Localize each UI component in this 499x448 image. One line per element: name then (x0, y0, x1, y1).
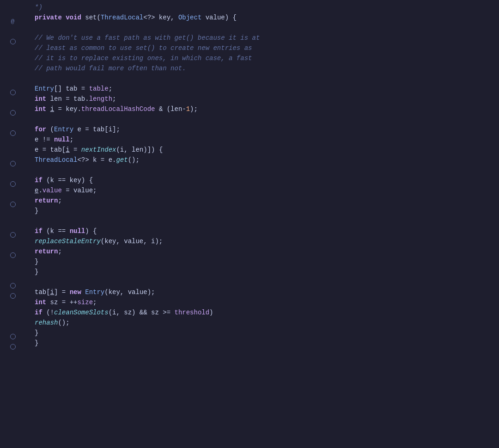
code-line-27: } (35, 268, 490, 278)
breakpoint-icon[interactable] (10, 110, 16, 116)
code-line-2: private void set(ThreadLocal<?> key, Obj… (35, 14, 490, 24)
line-content: e = tab[i = nextIndex(i, len)]) { (35, 146, 490, 153)
gutter-spot (10, 291, 16, 301)
gutter-icons: @ (0, 4, 25, 352)
line-content: e.value = value; (35, 187, 490, 194)
code-line-13: for (Entry e = tab[i]; (35, 126, 490, 136)
line-content: e != null; (35, 136, 490, 143)
code-line-23: if (k == null) { (35, 227, 490, 238)
line-content (35, 75, 490, 82)
code-line-33: } (35, 329, 490, 339)
breakpoint-icon[interactable] (10, 283, 16, 288)
code-line-18: if (k == key) { (35, 177, 490, 187)
gutter-spot (10, 342, 16, 352)
breakpoint-icon[interactable] (10, 344, 16, 350)
code-line-31: if (!cleanSomeSlots(i, sz) && sz >= thre… (35, 309, 490, 319)
breakpoint-icon[interactable] (10, 202, 16, 207)
line-content: if (k == null) { (35, 227, 490, 235)
breakpoint-icon[interactable] (10, 181, 16, 187)
code-line-1: *) (35, 4, 490, 14)
line-content (35, 217, 490, 225)
line-content: Entry[] tab = table; (35, 85, 490, 92)
code-line-16: ThreadLocal<?> k = e.get(); (35, 156, 490, 166)
gutter-spot (10, 108, 16, 118)
code-line-5: // least as common to use set() to creat… (35, 44, 490, 55)
code-line-25: return; (35, 248, 490, 258)
code-line-30: int sz = ++size; (35, 299, 490, 309)
gutter-spot (10, 159, 16, 169)
line-content: } (35, 339, 490, 347)
code-block: *) private void set(ThreadLocal<?> key, … (35, 0, 490, 350)
code-line-29: tab[i] = new Entry(key, value); (35, 288, 490, 299)
line-content: *) (35, 4, 490, 11)
code-line-4: // We don't use a fast path as with get(… (35, 34, 490, 44)
breakpoint-icon[interactable] (10, 293, 16, 299)
line-content (35, 166, 490, 174)
breakpoint-icon[interactable] (10, 130, 16, 136)
gutter-spot (10, 331, 16, 342)
line-content: return; (35, 248, 490, 255)
code-line-3 (35, 24, 490, 34)
line-content: // least as common to use set() to creat… (35, 44, 490, 52)
gutter-spot (10, 250, 16, 260)
gutter-spot (10, 87, 16, 98)
line-content: } (35, 207, 490, 215)
breakpoint-icon[interactable] (10, 90, 16, 95)
code-line-17 (35, 166, 490, 177)
code-line-10: int len = tab.length; (35, 95, 490, 105)
code-line-34: } (35, 339, 490, 350)
line-content: for (Entry e = tab[i]; (35, 126, 490, 133)
code-line-21: } (35, 207, 490, 217)
code-line-15: e = tab[i = nextIndex(i, len)]) { (35, 146, 490, 156)
code-line-22 (35, 217, 490, 227)
line-content: // path would fail more often than not. (35, 65, 490, 72)
line-content: int i = key.threadLocalHashCode & (len-1… (35, 105, 490, 113)
breakpoint-icon[interactable] (10, 232, 16, 238)
line-content (35, 278, 490, 286)
code-line-14: e != null; (35, 136, 490, 146)
code-line-8 (35, 75, 490, 85)
code-line-26: } (35, 258, 490, 268)
line-content: return; (35, 197, 490, 204)
breakpoint-icon[interactable] (10, 252, 16, 258)
line-content (35, 24, 490, 31)
breakpoint-icon[interactable] (10, 39, 16, 44)
line-content: int len = tab.length; (35, 95, 490, 103)
line-content: replaceStaleEntry(key, value, i); (35, 238, 490, 245)
code-line-28 (35, 278, 490, 288)
code-line-9: Entry[] tab = table; (35, 85, 490, 95)
code-line-6: // it is to replace existing ones, in wh… (35, 55, 490, 65)
code-line-24: replaceStaleEntry(key, value, i); (35, 238, 490, 248)
gutter-spot (10, 281, 16, 291)
lines-wrapper: *) private void set(ThreadLocal<?> key, … (35, 4, 490, 350)
breakpoint-icon[interactable] (10, 161, 16, 166)
gutter-spot (10, 128, 16, 138)
code-line-12 (35, 116, 490, 126)
line-content: ThreadLocal<?> k = e.get(); (35, 156, 490, 164)
line-content: } (35, 258, 490, 265)
code-line-20: return; (35, 197, 490, 207)
gutter-spot (10, 230, 16, 240)
gutter-spot (10, 199, 16, 209)
line-content: if (k == key) { (35, 177, 490, 184)
line-content: } (35, 329, 490, 337)
breakpoint-icon[interactable] (10, 334, 16, 339)
line-content: // it is to replace existing ones, in wh… (35, 55, 490, 62)
gutter-spot (10, 179, 16, 189)
line-content (35, 116, 490, 123)
at-icon: @ (11, 18, 15, 25)
code-line-19: e.value = value; (35, 187, 490, 197)
code-area: *) private void set(ThreadLocal<?> key, … (25, 0, 499, 448)
line-content: if (!cleanSomeSlots(i, sz) && sz >= thre… (35, 309, 490, 316)
line-content: tab[i] = new Entry(key, value); (35, 288, 490, 296)
line-content: rehash(); (35, 319, 490, 326)
line-content: } (35, 268, 490, 276)
code-line-32: rehash(); (35, 319, 490, 329)
gutter: @ (0, 0, 25, 448)
gutter-spot: @ (11, 16, 15, 26)
line-content: private void set(ThreadLocal<?> key, Obj… (35, 14, 490, 21)
line-content: int sz = ++size; (35, 299, 490, 306)
code-line-7: // path would fail more often than not. (35, 65, 490, 75)
line-content: // We don't use a fast path as with get(… (35, 34, 490, 42)
code-line-11: int i = key.threadLocalHashCode & (len-1… (35, 105, 490, 116)
